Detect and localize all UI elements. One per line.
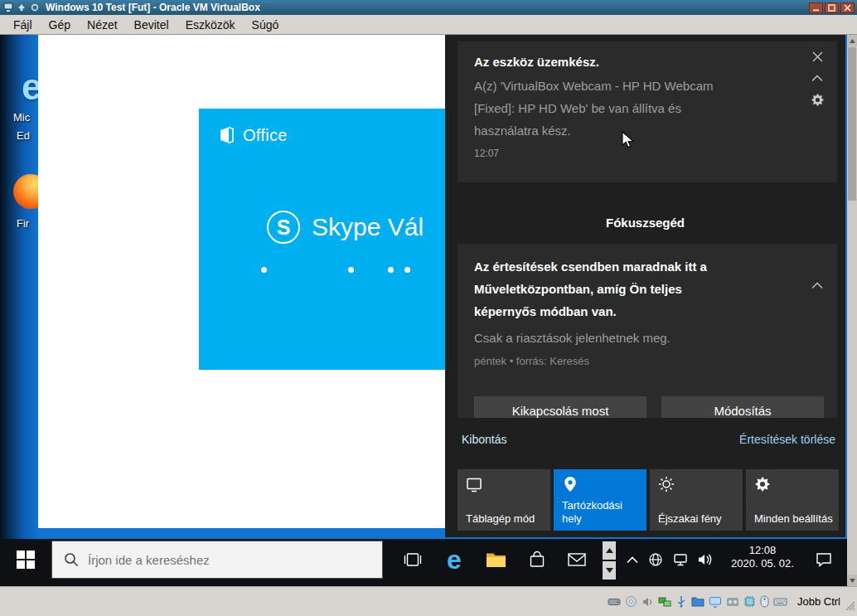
close-button[interactable] — [840, 2, 855, 13]
quick-action-all-settings[interactable]: Minden beállítás — [746, 469, 839, 531]
maximize-button[interactable] — [825, 2, 839, 13]
window-title: Windows 10 Test [Fut] - Oracle VM Virtua… — [46, 2, 806, 13]
hard-disk-icon[interactable] — [608, 596, 621, 608]
clear-notifications-link[interactable]: Értesítések törlése — [739, 433, 835, 446]
display-icon[interactable] — [709, 596, 722, 608]
turn-off-now-button[interactable]: Kikapcsolás most — [474, 396, 646, 418]
scrollbar-thumb[interactable] — [848, 47, 856, 201]
quick-actions: Táblagép mód Tartózkodási hely Éjszakai … — [458, 469, 839, 531]
chevron-up-icon — [627, 556, 638, 564]
vm-scrollbar[interactable] — [847, 35, 857, 586]
windows-logo-icon — [17, 551, 35, 569]
notification-title-line: képernyős módban van. — [474, 300, 707, 323]
mail-button[interactable] — [559, 539, 595, 580]
gear-icon — [754, 476, 771, 496]
optical-disk-icon[interactable] — [625, 595, 637, 608]
firefox-desktop-label: Fir — [17, 217, 29, 230]
action-center-button[interactable] — [806, 539, 842, 580]
clock-date: 2020. 05. 02. — [724, 557, 801, 570]
skype-logo-icon: S — [267, 211, 300, 244]
sun-icon — [658, 476, 675, 496]
skype-branding: S Skype Vál — [267, 211, 424, 244]
task-view-button[interactable] — [395, 539, 431, 580]
file-explorer-button[interactable] — [477, 539, 514, 580]
quick-action-tablet-mode[interactable]: Táblagép mód — [458, 469, 550, 531]
taskbar: e — [0, 539, 847, 586]
start-button[interactable] — [0, 539, 51, 580]
chevron-up-icon[interactable] — [809, 277, 826, 293]
tray-volume[interactable] — [695, 539, 716, 580]
quick-action-night-light[interactable]: Éjszakai fény — [650, 469, 743, 531]
menu-devices[interactable]: Eszközök — [177, 17, 244, 33]
notification-device-ready[interactable]: Az eszköz üzemkész. A(z) 'VirtualBox Web… — [458, 41, 837, 182]
menu-file[interactable]: Fájl — [5, 17, 41, 33]
scroll-up-button[interactable] — [603, 541, 616, 560]
folder-icon — [486, 551, 506, 568]
scrollbar-up-button[interactable] — [847, 35, 857, 46]
store-button[interactable] — [519, 539, 555, 580]
skype-product-name: Skype Vál — [312, 213, 424, 241]
tray-network-globe[interactable] — [645, 539, 666, 580]
loading-dot — [404, 267, 410, 273]
resize-grip[interactable] — [845, 599, 855, 614]
notification-focus-assist[interactable]: Az értesítések csendben maradnak itt a M… — [458, 244, 837, 418]
modify-button[interactable]: Módosítás — [661, 396, 824, 418]
menu-input[interactable]: Bevitel — [126, 17, 177, 33]
taskbar-clock[interactable]: 12:08 2020. 05. 02. — [724, 544, 801, 570]
vm-monitor-icon — [2, 2, 13, 13]
audio-icon[interactable] — [642, 596, 654, 608]
cpu-features-icon[interactable] — [743, 595, 756, 608]
virtualbox-statusbar: Jobb Ctrl — [0, 586, 857, 616]
minimize-button[interactable] — [809, 2, 823, 13]
loading-dot — [261, 267, 267, 273]
notification-title-line: Az értesítések csendben maradnak itt a — [474, 255, 707, 278]
usb-icon[interactable] — [675, 595, 687, 608]
scroll-down-button[interactable] — [603, 561, 616, 580]
scrollbar-down-button[interactable] — [847, 575, 857, 586]
menu-help[interactable]: Súgó — [244, 17, 288, 33]
keyboard-icon[interactable] — [773, 597, 787, 607]
record-dot-icon — [29, 2, 40, 13]
notification-title: Az eszköz üzemkész. — [474, 55, 599, 69]
mouse-cursor — [622, 131, 635, 153]
network-icon[interactable] — [658, 596, 671, 608]
menu-machine[interactable]: Gép — [41, 17, 79, 33]
arrow-up-icon — [16, 2, 27, 13]
gear-icon[interactable] — [809, 91, 826, 108]
notification-title-line: Műveletközpontban, amíg Ön teljes — [474, 278, 707, 300]
tile-label: Éjszakai fény — [658, 512, 738, 526]
titlebar[interactable]: Windows 10 Test [Fut] - Oracle VM Virtua… — [0, 0, 857, 15]
tile-label: Táblagép mód — [466, 512, 546, 526]
menu-view[interactable]: Nézet — [79, 17, 126, 33]
chevron-up-icon[interactable] — [809, 70, 826, 86]
store-bag-icon — [529, 551, 545, 569]
triangle-down-icon — [606, 568, 613, 573]
notification-close-icon[interactable] — [809, 48, 826, 65]
office-brand-text: Office — [243, 126, 288, 145]
loading-dot — [388, 267, 394, 273]
focus-assist-header: Fókuszsegéd — [445, 216, 845, 230]
mouse-integration-icon[interactable] — [760, 595, 769, 608]
edge-taskbar-button[interactable]: e — [436, 539, 472, 580]
tray-expand-button[interactable] — [622, 539, 643, 580]
notification-body: Csak a riasztások jelenhetnek meg. — [474, 327, 671, 349]
clock-time: 12:08 — [724, 544, 801, 557]
recording-icon[interactable] — [726, 597, 739, 607]
edge-icon: e — [447, 546, 462, 573]
task-view-icon — [404, 551, 422, 568]
tray-ethernet[interactable] — [670, 539, 691, 580]
triangle-up-icon — [850, 39, 855, 43]
search-input[interactable] — [88, 553, 361, 567]
globe-icon — [648, 552, 663, 567]
quick-action-location[interactable]: Tartózkodási hely — [554, 469, 646, 531]
notification-bubble-icon — [816, 552, 832, 567]
notification-meta: péntek • forrás: Keresés — [474, 355, 589, 367]
triangle-up-icon — [606, 548, 613, 553]
shared-folders-icon[interactable] — [691, 596, 704, 607]
notification-body-line: használatra kész. — [474, 119, 714, 142]
expand-link[interactable]: Kibontás — [462, 433, 506, 446]
taskbar-search-box[interactable] — [51, 541, 383, 579]
mail-envelope-icon — [568, 553, 586, 566]
action-center-panel: Az eszköz üzemkész. A(z) 'VirtualBox Web… — [445, 35, 845, 537]
notification-body-line: [Fixed]: HP HD Web' be van állítva és — [474, 97, 714, 119]
